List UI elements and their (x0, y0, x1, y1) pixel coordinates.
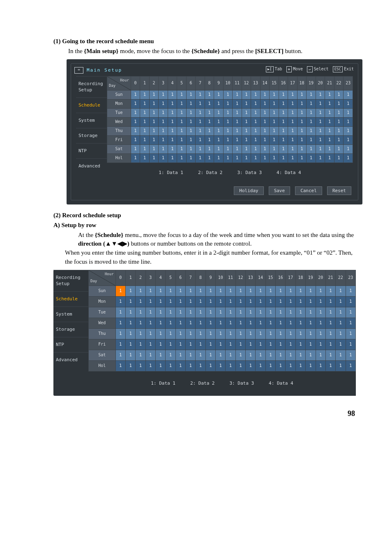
cell-wed-6[interactable]: 1 (186, 117, 196, 126)
cell-tue-8[interactable]: 1 (205, 108, 214, 117)
day-label-mon[interactable]: Mon (107, 99, 131, 108)
cell-tue-15[interactable]: 1 (265, 307, 275, 318)
cell-sun-4[interactable]: 1 (168, 90, 177, 99)
cell-thu-2[interactable]: 1 (149, 126, 159, 135)
cell-tue-16[interactable]: 1 (276, 307, 286, 318)
cell-hol-6[interactable]: 1 (186, 153, 196, 163)
cell-fri-1[interactable]: 1 (140, 135, 150, 144)
cell-sat-21[interactable]: 1 (325, 144, 334, 153)
cell-sun-7[interactable]: 1 (196, 90, 205, 99)
cell-wed-12[interactable]: 1 (242, 117, 251, 126)
cell-wed-5[interactable]: 1 (177, 117, 187, 126)
cell-thu-13[interactable]: 1 (251, 126, 261, 135)
cell-sat-14[interactable]: 1 (260, 144, 270, 153)
cell-hol-2[interactable]: 1 (136, 360, 145, 371)
day-label-wed[interactable]: Wed (89, 318, 116, 328)
cell-wed-10[interactable]: 1 (216, 318, 226, 328)
cell-sat-18[interactable]: 1 (297, 144, 307, 153)
cell-tue-4[interactable]: 1 (168, 108, 177, 117)
cell-mon-1[interactable]: 1 (140, 99, 150, 108)
cell-thu-14[interactable]: 1 (256, 328, 265, 339)
cell-sun-0[interactable]: 1 (115, 286, 125, 296)
cell-sun-1[interactable]: 1 (125, 286, 135, 296)
cell-hol-15[interactable]: 1 (270, 153, 279, 163)
cell-fri-10[interactable]: 1 (223, 135, 233, 144)
cell-hol-7[interactable]: 1 (196, 153, 205, 163)
cell-thu-5[interactable]: 1 (166, 328, 175, 339)
cell-fri-0[interactable]: 1 (131, 135, 140, 144)
cell-thu-10[interactable]: 1 (223, 126, 233, 135)
cell-hol-19[interactable]: 1 (306, 360, 316, 371)
cell-fri-11[interactable]: 1 (233, 135, 242, 144)
cell-sun-17[interactable]: 1 (286, 286, 295, 296)
nav-item-recording-setup[interactable]: Recording Setup (76, 76, 107, 98)
save-button[interactable]: Save (269, 186, 291, 195)
cell-thu-2[interactable]: 1 (136, 328, 145, 339)
cell-hol-5[interactable]: 1 (177, 153, 187, 163)
cell-fri-13[interactable]: 1 (251, 135, 261, 144)
day-label-hol[interactable]: Hol (89, 360, 116, 371)
cell-sun-10[interactable]: 1 (223, 90, 233, 99)
cell-hol-7[interactable]: 1 (186, 360, 196, 371)
cell-sat-13[interactable]: 1 (251, 144, 261, 153)
day-label-fri[interactable]: Fri (107, 135, 131, 144)
cell-sat-16[interactable]: 1 (279, 144, 288, 153)
cell-mon-4[interactable]: 1 (156, 296, 166, 307)
cell-tue-11[interactable]: 1 (233, 108, 242, 117)
cell-sat-12[interactable]: 1 (242, 144, 251, 153)
cell-hol-19[interactable]: 1 (307, 153, 316, 163)
cell-thu-23[interactable]: 1 (344, 126, 353, 135)
cell-fri-5[interactable]: 1 (166, 339, 175, 350)
cell-hol-23[interactable]: 1 (346, 360, 355, 371)
cell-hol-8[interactable]: 1 (196, 360, 205, 371)
cell-mon-19[interactable]: 1 (307, 99, 316, 108)
cell-thu-20[interactable]: 1 (316, 328, 325, 339)
cell-hol-15[interactable]: 1 (265, 360, 275, 371)
cell-thu-15[interactable]: 1 (270, 126, 279, 135)
cell-sun-21[interactable]: 1 (325, 90, 334, 99)
cell-thu-0[interactable]: 1 (131, 126, 140, 135)
cell-sat-5[interactable]: 1 (177, 144, 187, 153)
cell-wed-3[interactable]: 1 (159, 117, 168, 126)
cell-sat-23[interactable]: 1 (344, 144, 353, 153)
cell-thu-18[interactable]: 1 (297, 126, 307, 135)
cell-sat-13[interactable]: 1 (246, 350, 256, 360)
cell-thu-20[interactable]: 1 (316, 126, 325, 135)
cell-sun-9[interactable]: 1 (205, 286, 215, 296)
cell-sun-8[interactable]: 1 (205, 90, 214, 99)
cell-mon-17[interactable]: 1 (286, 296, 295, 307)
reset-button[interactable]: Reset (327, 186, 351, 195)
cell-sun-7[interactable]: 1 (186, 286, 196, 296)
day-label-tue[interactable]: Tue (89, 307, 116, 318)
cell-tue-9[interactable]: 1 (214, 108, 224, 117)
cancel-button[interactable]: Cancel (295, 186, 322, 195)
cell-wed-11[interactable]: 1 (233, 117, 242, 126)
cell-tue-1[interactable]: 1 (125, 307, 135, 318)
cell-tue-23[interactable]: 1 (344, 108, 353, 117)
cell-hol-3[interactable]: 1 (159, 153, 168, 163)
day-label-thu[interactable]: Thu (89, 328, 116, 339)
cell-fri-18[interactable]: 1 (297, 135, 307, 144)
cell-mon-12[interactable]: 1 (235, 296, 245, 307)
cell-fri-1[interactable]: 1 (125, 339, 135, 350)
cell-thu-17[interactable]: 1 (288, 126, 297, 135)
cell-fri-9[interactable]: 1 (205, 339, 215, 350)
cell-sun-19[interactable]: 1 (307, 90, 316, 99)
cell-thu-13[interactable]: 1 (246, 328, 256, 339)
cell-mon-13[interactable]: 1 (251, 99, 261, 108)
cell-thu-8[interactable]: 1 (205, 126, 214, 135)
cell-wed-18[interactable]: 1 (295, 318, 305, 328)
cell-wed-15[interactable]: 1 (270, 117, 279, 126)
nav-item-schedule[interactable]: Schedule (53, 291, 88, 307)
cell-thu-16[interactable]: 1 (279, 126, 288, 135)
cell-fri-11[interactable]: 1 (226, 339, 235, 350)
cell-hol-10[interactable]: 1 (216, 360, 226, 371)
cell-fri-15[interactable]: 1 (270, 135, 279, 144)
cell-wed-17[interactable]: 1 (288, 117, 297, 126)
cell-thu-5[interactable]: 1 (177, 126, 187, 135)
cell-tue-14[interactable]: 1 (256, 307, 265, 318)
cell-sun-4[interactable]: 1 (156, 286, 166, 296)
cell-mon-18[interactable]: 1 (295, 296, 305, 307)
cell-sun-19[interactable]: 1 (306, 286, 316, 296)
cell-hol-17[interactable]: 1 (286, 360, 295, 371)
